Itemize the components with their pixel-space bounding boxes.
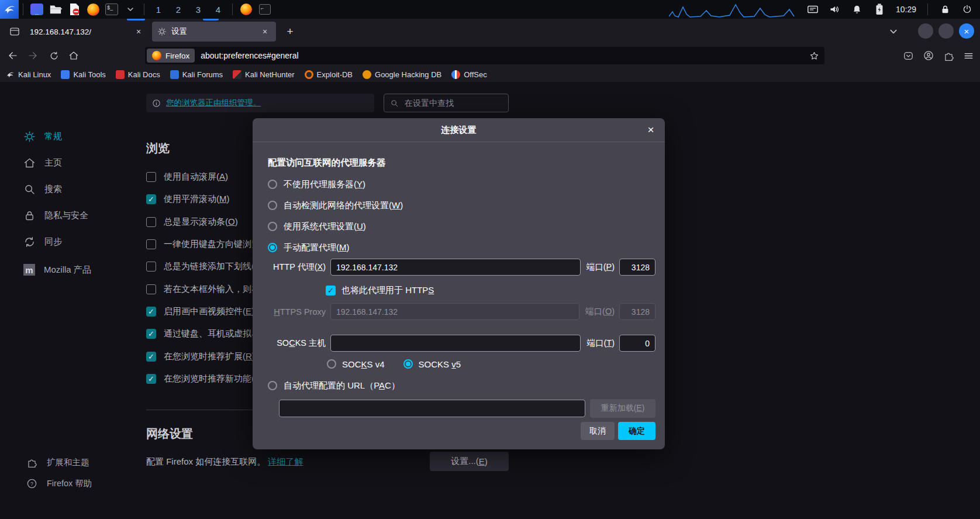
radio-row-manual-proxy[interactable]: 手动配置代理(M) [268,241,350,254]
sidebar-item-sync[interactable]: 同步 [23,233,62,250]
checkbox-row-underline-links[interactable]: 总是为链接添加下划线(U) [146,260,264,272]
terminal-dropdown-chevron-icon[interactable] [123,2,138,16]
workspace-2[interactable]: 2 [168,5,188,15]
checkbox-row-smooth-scroll[interactable]: 使用平滑滚动(M) [146,193,230,205]
firefox-window-button[interactable] [239,2,254,16]
bookmark-kali-docs[interactable]: Kali Docs [116,70,160,79]
socks-host-input[interactable] [330,335,581,352]
text-editor-icon[interactable] [67,2,82,16]
sidebar-item-extensions-themes[interactable]: 扩展和主题 [26,455,89,469]
sidebar-item-home[interactable]: 主页 [23,154,62,171]
clock[interactable]: 10:29 [896,5,916,14]
checkbox[interactable] [146,262,156,271]
radio-selected[interactable] [268,243,277,252]
bookmark-exploit-db[interactable]: Exploit-DB [305,70,353,79]
network-status-icon[interactable] [805,2,820,16]
dialog-close-icon[interactable] [644,123,658,137]
radio[interactable] [268,381,277,390]
cancel-button[interactable]: 取消 [581,422,615,440]
http-proxy-input[interactable] [330,259,581,276]
bookmark-kali-forums[interactable]: Kali Forums [170,70,223,79]
settings-search[interactable] [384,94,509,112]
radio[interactable] [268,180,277,189]
pac-url-input[interactable] [279,400,585,417]
reload-icon[interactable] [47,49,61,63]
learn-more-link[interactable]: 详细了解 [268,456,303,466]
workspace-1[interactable]: 1 [149,5,168,15]
sidebar-item-general[interactable]: 常规 [23,128,62,145]
radio-row-system-proxy[interactable]: 使用系统代理设置(U) [268,220,366,233]
checkbox[interactable] [146,217,156,227]
bookmark-offsec[interactable]: OffSec [451,70,487,79]
radio[interactable] [268,222,277,231]
bookmark-star-icon[interactable] [807,49,821,63]
sidebar-item-mozilla-products[interactable]: m Mozilla 产品 [23,262,91,278]
close-window-button[interactable] [959,23,974,39]
checkbox-row-find-as-you-type[interactable]: 若在文本框外输入，则在页 [146,283,269,295]
battery-icon[interactable] [872,2,887,16]
checkbox-row-caret-browsing[interactable]: 一律使用键盘方向键浏览页 [146,238,269,250]
socks-v4-label[interactable]: SOCKS v4 [342,359,385,369]
minimize-button[interactable] [918,23,933,39]
window-manager-icon[interactable]: ... [29,2,44,16]
menu-hamburger-icon[interactable] [963,50,974,61]
sidebar-item-search[interactable]: 搜索 [23,181,62,197]
url-bar[interactable]: Firefox about:preferences#general [145,47,824,64]
terminal-launcher-icon[interactable]: $_ [104,2,119,16]
bookmark-kali-linux[interactable]: Kali Linux [6,70,51,79]
checkbox[interactable] [146,352,156,362]
home-icon[interactable] [67,49,81,63]
maximize-button[interactable] [938,23,954,39]
checkbox-checked[interactable] [326,286,336,295]
firefox-view-icon[interactable] [7,24,22,39]
firefox-launcher-icon[interactable] [85,2,101,16]
notifications-bell-icon[interactable] [850,2,865,16]
tab-close-icon[interactable] [259,26,271,37]
checkbox-row-media-control[interactable]: 通过键盘、耳机或虚拟界面 [146,328,269,339]
checkbox[interactable] [146,284,156,294]
forward-icon[interactable] [26,49,40,63]
checkbox[interactable] [146,239,156,249]
sidebar-item-firefox-help[interactable]: ? Firefox 帮助 [26,476,92,490]
http-port-input[interactable] [619,259,655,276]
back-icon[interactable] [6,49,20,63]
checkbox[interactable] [146,194,156,204]
connection-settings-button[interactable]: 设置...(E) [430,452,509,471]
tab-close-icon[interactable] [133,26,144,37]
pocket-icon[interactable] [903,50,914,61]
checkbox[interactable] [146,172,156,182]
list-all-tabs-chevron-icon[interactable] [886,25,900,39]
tab-settings[interactable]: 设置 [152,22,276,42]
radio-row-no-proxy[interactable]: 不使用代理服务器(Y) [268,178,365,191]
settings-search-input[interactable] [403,98,494,108]
radio[interactable] [268,201,277,210]
bookmark-kali-nethunter[interactable]: Kali NetHunter [233,70,295,79]
bookmark-kali-tools[interactable]: Kali Tools [61,70,105,79]
checkbox-row-recommend-features[interactable]: 在您浏览时推荐新功能(E) [146,373,263,384]
socks-port-input[interactable] [619,335,655,352]
workspace-3[interactable]: 3 [188,5,208,15]
bookmark-google-hacking-db[interactable]: Google Hacking DB [363,70,441,79]
socks-v5-radio-selected[interactable] [403,359,413,369]
extensions-puzzle-icon[interactable] [943,50,954,61]
checkbox[interactable] [146,374,156,384]
use-proxy-for-https-row[interactable]: 也将此代理用于 HTTPS [326,284,434,296]
managed-notice-link[interactable]: 您的浏览器正由组织管理。 [166,98,261,108]
kali-menu-button[interactable] [0,0,19,19]
lock-screen-icon[interactable] [937,2,953,16]
file-manager-icon[interactable] [48,2,63,16]
logout-power-icon[interactable] [960,2,975,16]
checkbox-row-autoscroll[interactable]: 使用自动滚屏(A) [146,171,228,183]
new-tab-button[interactable] [283,25,297,39]
checkbox[interactable] [146,307,156,317]
terminal-window-button[interactable]: ⌐ [257,2,272,16]
checkbox[interactable] [146,329,156,339]
sidebar-item-privacy-security[interactable]: 隐私与安全 [23,207,88,224]
volume-icon[interactable] [827,2,843,16]
socks-v5-label[interactable]: SOCKS v5 [419,359,461,369]
checkbox-row-always-scrollbars[interactable]: 总是显示滚动条(O) [146,216,238,228]
radio-row-pac-url[interactable]: 自动代理配置的 URL（PAC） [268,379,400,392]
identity-chip[interactable]: Firefox [147,49,195,63]
socks-v4-radio[interactable] [327,359,336,369]
radio-row-auto-detect[interactable]: 自动检测此网络的代理设置(W) [268,199,403,212]
